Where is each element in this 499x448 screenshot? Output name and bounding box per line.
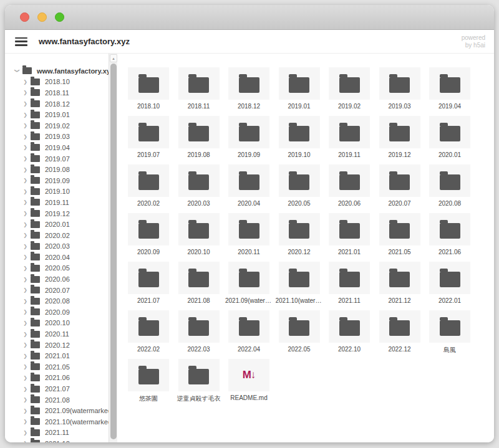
chevron-right-icon[interactable]: ❯ <box>21 331 29 337</box>
grid-item-folder[interactable]: 2020.01 <box>429 116 470 160</box>
grid-item-folder[interactable]: 2019.10 <box>279 116 320 160</box>
chevron-right-icon[interactable]: ❯ <box>21 277 29 282</box>
grid-item-folder[interactable]: 逆童貞殺す毛衣 <box>178 359 220 403</box>
tree-item-folder[interactable]: ❯2021.06 <box>5 373 109 384</box>
close-window-button[interactable] <box>20 12 29 22</box>
grid-item-folder[interactable]: 2022.04 <box>228 310 269 354</box>
grid-item-folder[interactable]: 2020.10 <box>178 213 220 257</box>
chevron-right-icon[interactable]: ❯ <box>21 244 29 249</box>
tree-item-folder[interactable]: ❯2019.12 <box>5 208 109 219</box>
tree-item-folder[interactable]: ❯2021.11 <box>5 427 109 439</box>
tree-item-folder[interactable]: ❯2019.07 <box>5 153 109 164</box>
grid-item-folder[interactable]: 2020.03 <box>178 164 220 208</box>
tree-item-folder[interactable]: ❯2018.12 <box>5 98 109 110</box>
tree-item-folder[interactable]: ❯2020.02 <box>5 230 109 241</box>
tree-item-root[interactable]: ❯ www.fantasyfactory.xyz <box>5 65 109 77</box>
grid-item-folder[interactable]: 2020.05 <box>279 164 320 208</box>
chevron-right-icon[interactable]: ❯ <box>21 298 29 304</box>
chevron-right-icon[interactable]: ❯ <box>21 101 29 107</box>
tree-item-folder[interactable]: ❯2018.11 <box>5 87 109 98</box>
chevron-right-icon[interactable]: ❯ <box>21 232 29 238</box>
grid-item-folder[interactable]: 2022.10 <box>329 310 370 354</box>
chevron-right-icon[interactable]: ❯ <box>21 156 29 161</box>
chevron-right-icon[interactable]: ❯ <box>21 123 29 128</box>
tree-item-folder[interactable]: ❯2020.08 <box>5 295 109 307</box>
chevron-right-icon[interactable]: ❯ <box>21 397 29 403</box>
tree-item-folder[interactable]: ❯2020.04 <box>5 252 109 263</box>
grid-item-folder[interactable]: 2021.06 <box>429 213 470 257</box>
grid-item-folder[interactable]: 2019.07 <box>128 116 169 160</box>
tree-item-folder[interactable]: ❯2019.11 <box>5 197 109 208</box>
grid-item-folder[interactable]: 2022.12 <box>379 310 420 354</box>
maximize-window-button[interactable] <box>55 12 64 22</box>
chevron-right-icon[interactable]: ❯ <box>21 167 29 173</box>
grid-item-folder[interactable]: 2021.05 <box>379 213 420 257</box>
tree-item-folder[interactable]: ❯2019.02 <box>5 120 109 131</box>
chevron-right-icon[interactable]: ❯ <box>21 211 29 216</box>
chevron-right-icon[interactable]: ❯ <box>21 178 29 183</box>
tree-item-folder[interactable]: ❯2021.05 <box>5 361 109 373</box>
grid-item-folder[interactable]: 2020.09 <box>128 213 169 257</box>
grid-item-readme[interactable]: M↓README.md <box>228 359 269 403</box>
chevron-right-icon[interactable]: ❯ <box>21 189 29 194</box>
chevron-right-icon[interactable]: ❯ <box>21 199 29 205</box>
tree-item-folder[interactable]: ❯2019.08 <box>5 164 109 175</box>
grid-item-folder[interactable]: 2018.11 <box>178 67 220 111</box>
chevron-down-icon[interactable]: ❯ <box>14 67 20 75</box>
tree-item-folder[interactable]: ❯2020.06 <box>5 274 109 285</box>
tree-item-folder[interactable]: ❯2018.10 <box>5 77 109 88</box>
grid-item-folder[interactable]: 2018.12 <box>228 67 269 111</box>
chevron-right-icon[interactable]: ❯ <box>21 386 29 392</box>
grid-item-folder[interactable]: 2019.03 <box>379 67 420 111</box>
grid-item-folder[interactable]: 2020.06 <box>329 164 370 208</box>
grid-item-folder[interactable]: 2020.12 <box>279 213 320 257</box>
tree-item-folder[interactable]: ❯2019.09 <box>5 175 109 186</box>
chevron-right-icon[interactable]: ❯ <box>21 441 29 442</box>
grid-item-folder[interactable]: 2022.02 <box>128 310 169 354</box>
chevron-right-icon[interactable]: ❯ <box>21 364 29 369</box>
tree-item-folder[interactable]: ❯2020.07 <box>5 285 109 296</box>
grid-item-folder[interactable]: 島風 <box>429 310 470 354</box>
tree-item-folder[interactable]: ❯2020.01 <box>5 219 109 230</box>
grid-item-folder[interactable]: 2019.02 <box>329 67 370 111</box>
breadcrumb-site-title[interactable]: www.fantasyfactory.xyz <box>39 37 130 46</box>
grid-item-folder[interactable]: 2019.12 <box>379 116 420 160</box>
grid-item-folder[interactable]: 2021.07 <box>128 262 169 305</box>
tree-item-folder[interactable]: ❯2021.07 <box>5 383 109 394</box>
chevron-right-icon[interactable]: ❯ <box>21 254 29 260</box>
tree-item-folder[interactable]: ❯2020.03 <box>5 241 109 252</box>
chevron-right-icon[interactable]: ❯ <box>21 375 29 381</box>
grid-item-folder[interactable]: 2018.10 <box>128 67 169 111</box>
chevron-right-icon[interactable]: ❯ <box>21 90 29 95</box>
sidebar-scrollbar[interactable]: ▲ <box>109 54 117 442</box>
chevron-right-icon[interactable]: ❯ <box>21 342 29 348</box>
tree-item-folder[interactable]: ❯2021.09(watermarked) <box>5 405 109 416</box>
chevron-right-icon[interactable]: ❯ <box>21 134 29 140</box>
tree-item-folder[interactable]: ❯2021.08 <box>5 394 109 406</box>
tree-item-folder[interactable]: ❯2020.09 <box>5 307 109 318</box>
grid-item-folder[interactable]: 2021.08 <box>178 262 220 305</box>
chevron-right-icon[interactable]: ❯ <box>21 287 29 293</box>
chevron-right-icon[interactable]: ❯ <box>21 222 29 227</box>
tree-item-folder[interactable]: ❯2021.01 <box>5 350 109 361</box>
tree-item-folder[interactable]: ❯2021.10(watermarked) <box>5 416 109 427</box>
tree-item-folder[interactable]: ❯2019.01 <box>5 109 109 120</box>
chevron-right-icon[interactable]: ❯ <box>21 265 29 271</box>
grid-item-folder[interactable]: 2019.01 <box>279 67 320 111</box>
grid-item-folder[interactable]: 2021.01 <box>329 213 370 257</box>
chevron-right-icon[interactable]: ❯ <box>21 320 29 326</box>
grid-item-folder[interactable]: 2020.08 <box>429 164 470 208</box>
grid-item-folder[interactable]: 2021.09(watermarked) <box>228 262 269 305</box>
grid-item-folder[interactable]: 2020.11 <box>228 213 269 257</box>
tree-item-folder[interactable]: ❯2020.05 <box>5 263 109 274</box>
minimize-window-button[interactable] <box>37 12 47 22</box>
grid-item-folder[interactable]: 2022.01 <box>429 262 470 305</box>
grid-item-folder[interactable]: 2019.04 <box>429 67 470 111</box>
chevron-right-icon[interactable]: ❯ <box>21 79 29 85</box>
grid-item-folder[interactable]: 2019.08 <box>178 116 220 160</box>
grid-item-folder[interactable]: 2019.09 <box>228 116 269 160</box>
tree-item-folder[interactable]: ❯2020.10 <box>5 318 109 329</box>
chevron-right-icon[interactable]: ❯ <box>21 309 29 315</box>
grid-item-folder[interactable]: 悠茶園 <box>128 359 169 403</box>
chevron-right-icon[interactable]: ❯ <box>21 419 29 424</box>
